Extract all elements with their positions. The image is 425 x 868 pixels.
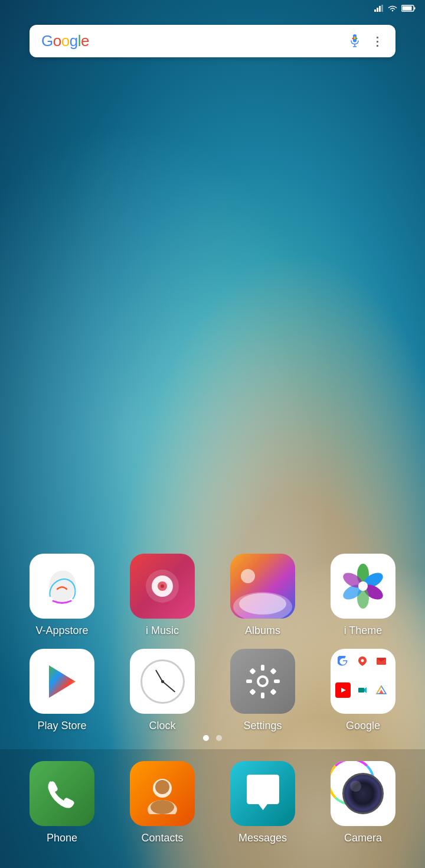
app-item-phone[interactable]: Phone (21, 761, 103, 844)
svg-marker-43 (364, 687, 367, 693)
itheme-label: i Theme (344, 625, 382, 637)
page-dot-1[interactable] (203, 735, 209, 741)
messages-icon (230, 761, 295, 826)
dock: Phone Contacts Messages (0, 749, 425, 868)
svg-rect-5 (403, 6, 412, 11)
search-bar[interactable]: Google ⋮ (30, 25, 395, 57)
settings-icon (230, 649, 295, 714)
app-item-vappstore[interactable]: V-Appstore (18, 554, 106, 637)
page-dot-2[interactable] (216, 735, 222, 741)
vappstore-icon (30, 554, 94, 619)
camera-label: Camera (344, 832, 382, 844)
svg-marker-27 (49, 665, 76, 698)
svg-rect-10 (352, 38, 354, 39)
svg-rect-34 (249, 668, 256, 674)
contacts-label: Contacts (141, 832, 183, 844)
svg-rect-2 (379, 6, 381, 12)
svg-rect-36 (249, 688, 256, 695)
mic-button[interactable] (348, 32, 362, 50)
svg-rect-11 (354, 36, 356, 39)
app-row-1: V-Appstore i Music (12, 554, 413, 637)
app-item-settings[interactable]: Settings (218, 649, 307, 732)
svg-rect-6 (414, 7, 416, 9)
imusic-label: i Music (146, 625, 179, 637)
app-grid: V-Appstore i Music (0, 554, 425, 744)
battery-icon (401, 5, 416, 12)
svg-point-49 (155, 780, 169, 794)
svg-point-26 (358, 581, 368, 591)
google-logo: Google (41, 32, 89, 50)
svg-point-16 (161, 584, 164, 588)
wifi-icon (387, 5, 398, 12)
itheme-icon (331, 554, 395, 619)
playstore-label: Play Store (37, 720, 86, 732)
status-bar (0, 0, 425, 14)
svg-rect-33 (274, 680, 280, 683)
app-item-itheme[interactable]: i Theme (319, 554, 407, 637)
app-item-clock[interactable]: Clock (118, 649, 207, 732)
playstore-icon (30, 649, 94, 714)
svg-rect-30 (261, 665, 264, 671)
svg-marker-41 (341, 688, 346, 693)
app-item-messages[interactable]: Messages (221, 761, 304, 844)
vappstore-label: V-Appstore (35, 625, 88, 637)
app-row-2: Play Store Clock (12, 649, 413, 732)
camera-icon (331, 761, 395, 826)
svg-point-19 (241, 569, 255, 583)
app-item-contacts[interactable]: Contacts (121, 761, 204, 844)
app-item-imusic[interactable]: i Music (118, 554, 207, 637)
albums-label: Albums (245, 625, 280, 637)
page-indicators (0, 735, 425, 741)
app-item-camera[interactable]: Camera (322, 761, 404, 844)
svg-rect-32 (246, 680, 252, 683)
app-item-google[interactable]: Google (319, 649, 407, 732)
contacts-icon (130, 761, 195, 826)
phone-label: Phone (47, 832, 77, 844)
imusic-icon (130, 554, 195, 619)
search-bar-container: Google ⋮ (0, 19, 425, 63)
settings-label: Settings (243, 720, 282, 732)
svg-rect-1 (377, 8, 378, 12)
phone-icon (30, 761, 94, 826)
google-folder-icon (331, 649, 395, 714)
status-icons (374, 5, 416, 12)
svg-marker-45 (379, 690, 384, 694)
svg-rect-12 (356, 38, 358, 39)
svg-rect-3 (381, 5, 383, 12)
messages-label: Messages (238, 832, 287, 844)
svg-rect-31 (261, 693, 264, 698)
clock-icon (130, 649, 195, 714)
svg-rect-42 (358, 688, 364, 693)
signal-icon (374, 5, 384, 12)
svg-rect-0 (374, 9, 376, 12)
google-folder-label: Google (346, 720, 380, 732)
svg-point-29 (259, 678, 266, 685)
app-item-albums[interactable]: Albums (218, 554, 307, 637)
app-item-playstore[interactable]: Play Store (18, 649, 106, 732)
clock-label: Clock (149, 720, 175, 732)
svg-point-38 (361, 659, 364, 662)
more-options-button[interactable]: ⋮ (371, 35, 384, 47)
svg-point-18 (239, 593, 286, 615)
svg-point-50 (151, 800, 174, 814)
search-icons: ⋮ (348, 32, 384, 50)
albums-icon (230, 554, 295, 619)
svg-rect-35 (270, 668, 276, 674)
svg-rect-37 (270, 688, 276, 695)
